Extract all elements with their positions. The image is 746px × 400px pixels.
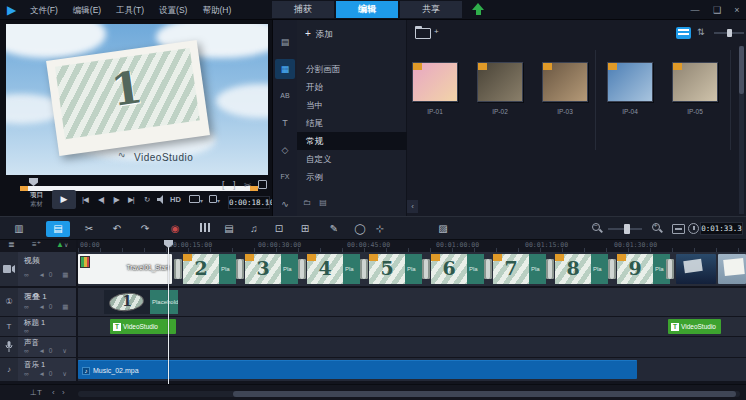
add-template-button[interactable]: +添加: [305, 28, 333, 41]
transition-icon[interactable]: [236, 259, 244, 279]
track-header-voice[interactable]: 声音 ∞ ◄0 ∨: [0, 337, 76, 357]
tab-捕获[interactable]: 捕获: [272, 1, 334, 18]
template-card-IP-01[interactable]: [412, 62, 458, 102]
cut-tools-icon[interactable]: ✂: [80, 221, 98, 237]
timeline-zoom-slider[interactable]: [608, 228, 642, 230]
motion-tracking-icon[interactable]: ⊹: [371, 221, 389, 237]
music-track-controls[interactable]: ∞ ◄0 ∨: [24, 370, 71, 378]
thumbnail-size-slider[interactable]: [714, 32, 744, 34]
menu-帮[interactable]: 帮助(H): [202, 5, 231, 17]
repeat-button[interactable]: ↻: [144, 195, 150, 204]
category-结尾[interactable]: 结尾: [297, 114, 407, 132]
trim-start-handle[interactable]: [20, 186, 28, 191]
template-card-IP-03[interactable]: [542, 62, 588, 102]
minimize-button[interactable]: —: [688, 5, 702, 15]
speech-bubble-icon[interactable]: ◯: [351, 221, 369, 237]
transition-icon[interactable]: [666, 259, 674, 279]
preview-timecode[interactable]: 0:00:18.10 ▲▼: [228, 196, 270, 209]
track-manager-icon[interactable]: ≣: [8, 240, 15, 249]
volume-icon[interactable]: [157, 195, 166, 204]
transition-icon[interactable]: [298, 259, 306, 279]
menu-设[interactable]: 设置(S): [159, 5, 187, 17]
list-view-icon[interactable]: [676, 27, 691, 39]
category-开始[interactable]: 开始: [297, 78, 407, 96]
timeline-timecode[interactable]: 0:01:33.3: [700, 222, 743, 235]
clip-ending-edge[interactable]: [718, 254, 746, 284]
voice-track-controls[interactable]: ∞ ◄0 ∨: [24, 347, 71, 355]
timeline-ruler[interactable]: 00:0000:00:15:0000:00:30:0000:00:45:0000…: [78, 240, 746, 252]
sort-icon[interactable]: ⇅: [697, 27, 705, 37]
clip-title-2[interactable]: TVideoStudio: [668, 319, 721, 334]
template-card-IP-04[interactable]: [607, 62, 653, 102]
playhead[interactable]: [168, 240, 169, 384]
transition-icon[interactable]: [422, 259, 430, 279]
clip-ending-template[interactable]: [676, 254, 716, 284]
track-height-icon[interactable]: ⊥T: [30, 388, 42, 397]
clip-music-02[interactable]: ♪Music_02.mpa: [78, 360, 637, 379]
redo-icon[interactable]: ↷: [136, 221, 154, 237]
prev-frame-button[interactable]: ◀|: [98, 195, 104, 204]
title-track-controls[interactable]: ∞: [24, 327, 33, 334]
import-folder-icon[interactable]: [415, 28, 431, 39]
transition-icon[interactable]: [608, 259, 616, 279]
undo-icon[interactable]: ↶: [108, 221, 126, 237]
category-footer-icons[interactable]: 🗀 ▤: [303, 198, 330, 207]
track-header-title[interactable]: T 标题 1 ∞: [0, 317, 76, 336]
transition-icon[interactable]: [174, 259, 182, 279]
restore-button[interactable]: ❑: [710, 5, 724, 15]
overlay-track-controls[interactable]: ∞ ◄0 ▦: [24, 303, 72, 311]
subtitle-editor-icon[interactable]: ▤: [220, 221, 238, 237]
tab-共享[interactable]: 共享: [400, 1, 462, 18]
clip-title-1[interactable]: TVideoStudio: [110, 319, 176, 334]
project-duration-icon[interactable]: [688, 223, 699, 234]
clip-travel01-start[interactable]: Travel01_Start: [78, 254, 172, 284]
scroll-right-icon[interactable]: ›: [62, 388, 65, 397]
scroll-left-icon[interactable]: ‹: [52, 388, 55, 397]
sound-mixer-icon[interactable]: [196, 221, 214, 237]
motion-path-icon[interactable]: ∿: [275, 194, 295, 214]
next-frame-button[interactable]: |▶: [113, 195, 119, 204]
close-button[interactable]: ×: [730, 5, 744, 15]
category-示例[interactable]: 示例: [297, 168, 407, 186]
scrubber-marker[interactable]: [29, 178, 38, 186]
mask-creator-icon[interactable]: ▨: [434, 221, 452, 237]
transition-icon[interactable]: AB: [275, 86, 295, 106]
storyboard-view-icon[interactable]: ▥: [10, 221, 28, 237]
media-icon[interactable]: ▤: [275, 32, 295, 52]
category-自定义[interactable]: 自定义: [297, 150, 407, 168]
category-分割画面[interactable]: 分割画面: [297, 60, 407, 78]
hd-toggle[interactable]: HD: [170, 195, 181, 204]
clip-overlay-placeholder[interactable]: 1 Placehold: [104, 290, 178, 314]
title-icon[interactable]: T: [275, 113, 295, 133]
transition-icon[interactable]: [546, 259, 554, 279]
voice-track-lane[interactable]: [78, 337, 746, 357]
title-options-icon[interactable]: ⊡: [270, 221, 288, 237]
aspect-ratio-icon[interactable]: ▾: [189, 195, 203, 205]
menu-文[interactable]: 文件(F): [30, 5, 58, 17]
painting-creator-icon[interactable]: ✎: [325, 221, 343, 237]
graphic-icon[interactable]: ◇: [275, 140, 295, 160]
track-header-video[interactable]: 视频 ∞ ◄0 ▦: [0, 252, 76, 286]
mark-out-button[interactable]: ]: [233, 180, 236, 190]
menu-编[interactable]: 编辑(E): [73, 5, 101, 17]
scrollbar-thumb[interactable]: [233, 391, 736, 397]
music-track-lane[interactable]: ♪Music_02.mpa: [78, 358, 746, 381]
template-card-IP-02[interactable]: [477, 62, 523, 102]
transition-icon[interactable]: [360, 259, 368, 279]
menu-工[interactable]: 工具(T): [116, 5, 144, 17]
mode-clip-label[interactable]: 素材: [30, 200, 43, 209]
track-header-overlay[interactable]: ① 覆叠 1 ∞ ◄0 ▦: [0, 288, 76, 316]
title-track-lane[interactable]: TVideoStudio TVideoStudio: [78, 317, 746, 336]
auto-music-icon[interactable]: ♫: [245, 221, 263, 237]
timeline-hscrollbar[interactable]: [78, 391, 740, 397]
video-track-controls[interactable]: ∞ ◄0 ▦: [24, 271, 72, 279]
category-当中[interactable]: 当中: [297, 96, 407, 114]
video-track-lane[interactable]: Travel01_Start 2Pla3Pla4Pla5Pla6Pla7Pla8…: [78, 252, 746, 286]
mark-in-button[interactable]: [: [222, 180, 225, 190]
category-常规[interactable]: 常规: [297, 132, 407, 150]
transition-icon[interactable]: [484, 259, 492, 279]
zoom-in-icon[interactable]: +: [652, 223, 664, 235]
slider-thumb[interactable]: [727, 29, 732, 37]
template-card-IP-05[interactable]: [672, 62, 718, 102]
tab-编辑[interactable]: 编辑: [336, 1, 398, 18]
